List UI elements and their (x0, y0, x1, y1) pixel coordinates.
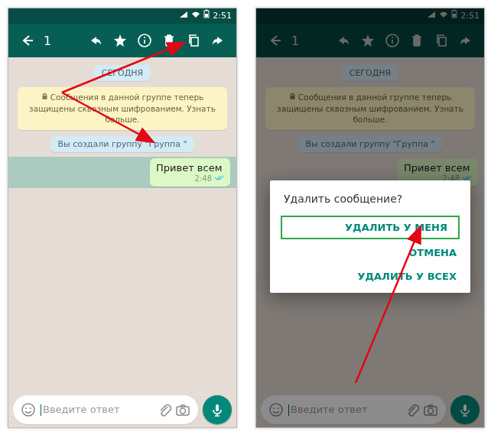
svg-point-12 (180, 408, 186, 414)
status-time: 2:51 (213, 8, 232, 24)
svg-rect-1 (206, 10, 208, 11)
system-message: Вы создали группу "Группа " (50, 136, 195, 152)
encryption-notice[interactable]: Сообщения в данной группе теперь защищен… (18, 87, 227, 130)
delete-for-all-button[interactable]: УДАЛИТЬ У ВСЕХ (270, 265, 470, 288)
input-placeholder: Введите ответ (43, 404, 119, 415)
reply-icon[interactable] (86, 31, 106, 50)
mic-button[interactable] (203, 395, 232, 424)
wifi-icon (191, 8, 200, 24)
svg-rect-13 (216, 404, 219, 411)
svg-point-9 (25, 407, 27, 409)
selection-count: 1 (44, 34, 51, 48)
message-text: Привет всем (156, 162, 225, 174)
selection-navbar: 1 (8, 24, 236, 57)
phone-left: 2:51 1 (8, 8, 237, 428)
delete-dialog: Удалить сообщение? УДАЛИТЬ У МЕНЯ ОТМЕНА… (270, 180, 470, 293)
phone-right: 2:51 1 СЕГОДНЯ Сообщения в данной группе… (255, 8, 485, 428)
svg-point-8 (22, 404, 34, 416)
svg-rect-2 (205, 14, 208, 17)
chat-area: СЕГОДНЯ Сообщения в данной группе теперь… (8, 57, 236, 392)
cancel-button[interactable]: ОТМЕНА (270, 241, 470, 265)
info-icon[interactable] (135, 31, 154, 50)
status-bar: 2:51 (8, 8, 236, 24)
svg-point-10 (30, 407, 31, 409)
message-input[interactable]: Введите ответ (13, 395, 198, 424)
delete-for-me-button[interactable]: УДАЛИТЬ У МЕНЯ (281, 216, 460, 239)
dialog-title: Удалить сообщение? (270, 193, 470, 214)
composer: Введите ответ (8, 392, 236, 427)
svg-rect-7 (42, 96, 47, 99)
camera-icon[interactable] (174, 401, 192, 419)
svg-rect-6 (191, 37, 198, 46)
battery-icon (203, 8, 210, 24)
encryption-text: Сообщения в данной группе теперь защищен… (29, 93, 216, 124)
read-checks-icon (214, 174, 225, 183)
selected-message-row[interactable]: Привет всем 2:48 (8, 158, 236, 187)
message-bubble[interactable]: Привет всем 2:48 (150, 158, 230, 187)
message-time: 2:48 (195, 174, 212, 183)
svg-point-5 (144, 37, 145, 38)
signal-icon (179, 8, 188, 24)
back-icon[interactable] (17, 31, 37, 50)
emoji-icon[interactable] (19, 401, 37, 419)
copy-icon[interactable] (184, 31, 203, 50)
date-chip: СЕГОДНЯ (94, 65, 151, 81)
forward-icon[interactable] (208, 31, 228, 50)
delete-icon[interactable] (159, 31, 179, 50)
attach-icon[interactable] (155, 401, 174, 419)
star-icon[interactable] (110, 31, 130, 50)
lock-icon (41, 92, 48, 103)
